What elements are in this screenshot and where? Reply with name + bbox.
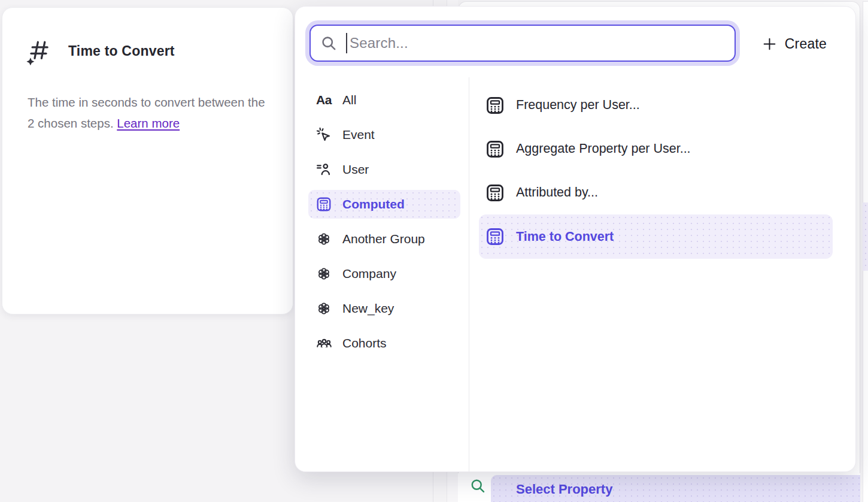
search-input[interactable]: Search... bbox=[309, 25, 736, 62]
search-placeholder: Search... bbox=[350, 35, 408, 52]
text-format-icon: Aa bbox=[315, 93, 332, 107]
sidebar-item-label: Computed bbox=[342, 197, 405, 211]
calculator-icon bbox=[485, 183, 505, 203]
text-cursor bbox=[346, 33, 347, 53]
calculator-icon bbox=[485, 226, 505, 247]
select-property-label: Select Property bbox=[516, 482, 612, 497]
result-item-time-to-convert[interactable]: Time to Convert bbox=[479, 214, 833, 259]
select-property-row: Select Property bbox=[458, 473, 860, 502]
sidebar-item-computed[interactable]: Computed bbox=[308, 190, 460, 219]
sidebar-item-label: New_key bbox=[342, 301, 394, 316]
cohorts-icon bbox=[315, 335, 332, 352]
sidebar-item-label: Another Group bbox=[342, 232, 425, 246]
sidebar-item-company[interactable]: Company bbox=[308, 259, 460, 288]
result-item-label: Aggregate Property per User... bbox=[516, 141, 691, 156]
learn-more-link[interactable]: Learn more bbox=[117, 116, 180, 130]
property-picker-panel: Search... Create Aa All bbox=[295, 6, 856, 472]
sidebar-item-event[interactable]: Event bbox=[308, 120, 460, 149]
sidebar-item-user[interactable]: User bbox=[308, 155, 460, 184]
sidebar-item-label: User bbox=[342, 162, 369, 177]
sidebar-item-another-group[interactable]: Another Group bbox=[308, 225, 460, 253]
sidebar-item-label: Company bbox=[342, 267, 396, 281]
result-item-frequency-per-user[interactable]: Frequency per User... bbox=[479, 90, 833, 120]
plus-icon bbox=[762, 37, 777, 52]
sidebar-item-cohorts[interactable]: Cohorts bbox=[308, 329, 460, 358]
category-sidebar: Aa All Event bbox=[295, 77, 469, 471]
cursor-click-icon bbox=[315, 127, 332, 143]
calculator-icon bbox=[315, 196, 332, 213]
result-item-label: Attributed by... bbox=[516, 185, 598, 200]
sidebar-item-all[interactable]: Aa All bbox=[308, 86, 460, 114]
tooltip-description: The time in seconds to convert between t… bbox=[28, 92, 266, 134]
group-icon bbox=[315, 231, 332, 247]
tooltip-title: Time to Convert bbox=[68, 43, 175, 59]
user-icon bbox=[315, 162, 332, 177]
metric-tooltip-card: Time to Convert The time in seconds to c… bbox=[2, 7, 293, 314]
result-item-attributed-by[interactable]: Attributed by... bbox=[479, 178, 833, 207]
calculator-icon bbox=[485, 139, 505, 159]
result-item-label: Frequency per User... bbox=[516, 98, 640, 113]
sidebar-item-label: Cohorts bbox=[342, 336, 387, 350]
create-button[interactable]: Create bbox=[762, 33, 827, 55]
sidebar-item-label: All bbox=[342, 93, 356, 107]
search-icon bbox=[470, 478, 486, 494]
sidebar-item-new-key[interactable]: New_key bbox=[308, 294, 460, 323]
group-icon bbox=[315, 266, 332, 282]
create-button-label: Create bbox=[785, 36, 827, 52]
search-icon bbox=[321, 35, 337, 52]
results-list: Frequency per User... Aggregate Property bbox=[469, 77, 855, 471]
sidebar-item-label: Event bbox=[342, 128, 375, 142]
result-item-aggregate-property-per-user[interactable]: Aggregate Property per User... bbox=[479, 134, 833, 164]
background-selected-row-sliver bbox=[863, 202, 868, 271]
select-property-field[interactable]: Select Property bbox=[491, 475, 860, 502]
group-icon bbox=[315, 301, 332, 316]
calculator-icon bbox=[485, 95, 505, 116]
numeric-property-icon bbox=[26, 37, 52, 66]
result-item-label: Time to Convert bbox=[516, 229, 614, 244]
picker-body: Aa All Event bbox=[295, 77, 855, 471]
